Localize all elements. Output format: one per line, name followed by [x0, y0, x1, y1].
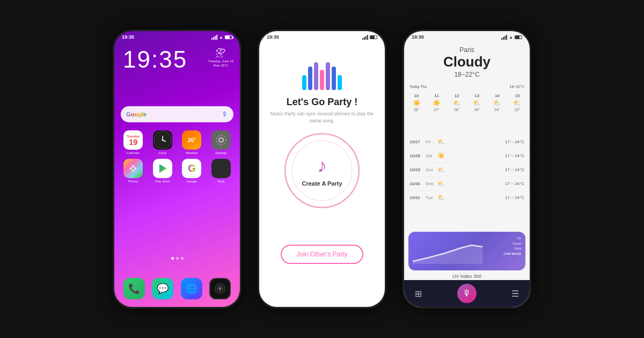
page-dots [114, 257, 240, 260]
weather-temp-range: 18~22°C [404, 71, 530, 78]
svg-point-5 [219, 138, 223, 142]
music-bar-1 [302, 75, 306, 90]
music-bar-7 [338, 75, 342, 90]
party-main-title: Let's Go Party ! [259, 97, 385, 108]
uv-index-text: UV index 300 [404, 274, 530, 279]
uv-chart [413, 243, 488, 264]
wifi-icon-3: ▲ [509, 35, 513, 40]
weather-forecast-list: 10/27 Fri ⛅ 17 ~ 24°C 10/28 Sat ☀️ 17 ~ … [404, 135, 530, 205]
signal-icon-2 [362, 35, 368, 40]
status-time-phone3: 19:35 [412, 34, 424, 40]
music-bar-3 [314, 62, 318, 90]
phone1-weather-widget: ⛈ Tuesday, June 19 Rain 26°C [208, 47, 233, 68]
dock-browser[interactable]: 🌐 [181, 278, 202, 299]
photos-icon-img [123, 159, 143, 178]
weather-days-row: 10 ☀️ 26° 11 ☀️ 27° 12 ⛅ 28° 13 ⛅ 26° 14… [407, 93, 526, 112]
calendar-day: 19 [129, 138, 137, 146]
phone1-search-bar[interactable]: Google 🎙 [121, 106, 233, 122]
forecast-row-1027: 10/27 Fri ⛅ 17 ~ 24°C [404, 135, 530, 149]
tools-icon-img [211, 159, 231, 178]
app-label-weather: Weather [186, 151, 198, 155]
dock-camera[interactable] [209, 278, 231, 299]
weather-city: Paris [404, 46, 530, 54]
signal-icon [211, 35, 217, 40]
app-label-google: Google [187, 180, 197, 183]
app-label-photos: Photos [128, 180, 138, 183]
music-bar-6 [332, 67, 336, 90]
phone-3-weather: 19:35 ▲ Paris Cloudy 18~22°C Today Thu 1… [402, 30, 531, 308]
status-icons-phone2 [362, 35, 377, 40]
phone1-clock: 19:35 [123, 46, 187, 73]
app-label-calendar: Calendar [127, 151, 140, 155]
battery-icon-3 [515, 35, 522, 39]
phone1-weather-icon: ⛈ [208, 47, 233, 60]
forecast-row-1030: 10/30 Mon ⛅ 17 ~ 24°C [404, 177, 530, 191]
music-bar-5 [326, 62, 330, 90]
phone3-bottom-bar: ⊞ 🎙 ☰ [404, 280, 530, 307]
join-party-button[interactable]: Join Other's Party [281, 245, 363, 264]
uv-index-card: UV Travel Garb CAR WASH [408, 232, 525, 270]
svg-marker-10 [134, 167, 137, 170]
weather-icon-img: 26° [182, 130, 201, 150]
party-title: Let's Go Party ! [259, 97, 385, 108]
status-icons-phone3: ▲ [501, 35, 522, 40]
svg-point-6 [216, 135, 226, 145]
svg-marker-11 [159, 164, 167, 173]
mic-icon[interactable]: 🎙 [222, 111, 228, 118]
phone-2-musicparty: 19:35 Let's Go Party ! Music Party can s… [258, 30, 386, 308]
bottom-list-icon[interactable]: ☰ [511, 289, 519, 299]
weather-day-15: 15 ⛅ 22° [508, 93, 526, 112]
dot-1 [171, 257, 174, 260]
app-settings[interactable]: Settings [209, 130, 234, 155]
phone-1-homescreen: 19:35 ▲ 19:35 ⛈ Tuesday, June 19 Rain 26… [113, 30, 241, 308]
forecast-row-1029: 10/29 Sun ⛅ 17 ~ 24°C [404, 163, 530, 177]
google-logo: Google [126, 111, 147, 117]
svg-point-4 [162, 139, 163, 141]
status-time-phone2: 19:35 [267, 34, 279, 40]
app-calendar[interactable]: Tuesday 19 Calendar [121, 130, 146, 155]
app-label-clock: Clock [158, 151, 166, 155]
weather-day-11: 11 ☀️ 27° [428, 93, 446, 112]
clock-icon-img [153, 130, 172, 150]
app-dock: 📞 💬 🌐 [120, 278, 235, 299]
signal-icon-3 [501, 35, 507, 40]
join-party-label: Join Other's Party [297, 251, 348, 258]
forecast-row-1028: 10/28 Sat ☀️ 17 ~ 24°C [404, 149, 530, 163]
settings-icon-img [211, 130, 231, 150]
create-party-button[interactable]: ♪ Create A Party [284, 133, 360, 208]
status-bar-phone3: 19:35 ▲ [404, 31, 530, 41]
weather-condition: Cloudy [404, 54, 530, 70]
music-bar-2 [308, 67, 312, 90]
dock-messages[interactable]: 💬 [152, 278, 173, 299]
uv-label-travel: Travel [503, 241, 521, 247]
app-google[interactable]: G Google [179, 159, 204, 183]
bottom-menu-icon[interactable]: ⊞ [415, 289, 422, 299]
weather-day-10: 10 ☀️ 26° [407, 93, 426, 112]
app-playstore[interactable]: Play Store [150, 159, 175, 183]
dot-3 [181, 257, 184, 260]
uv-label-uv: UV [503, 236, 521, 241]
phone1-big-time: 19:35 [123, 46, 187, 73]
dock-phone[interactable]: 📞 [123, 278, 145, 299]
playstore-icon-img [153, 159, 172, 178]
app-photos[interactable]: Photos [121, 159, 146, 183]
week-header-right: 18~22°C [509, 85, 524, 89]
week-header-left: Today Thu [409, 85, 427, 89]
app-tools[interactable]: Tools [209, 159, 234, 183]
voice-assistant-button[interactable]: 🎙 [457, 284, 477, 303]
app-weather[interactable]: 26° Weather [179, 130, 204, 155]
weather-day-12: 12 ⛅ 28° [448, 93, 466, 112]
app-clock[interactable]: Clock [150, 130, 175, 155]
app-label-tools: Tools [217, 180, 225, 183]
svg-marker-9 [129, 167, 132, 170]
weather-day-14: 14 ⛅ 24° [488, 93, 506, 112]
status-time-phone1: 19:35 [122, 34, 134, 40]
status-icons-phone1: ▲ [211, 35, 232, 40]
status-bar-phone1: 19:35 ▲ [114, 31, 240, 41]
weather-week-header: Today Thu 18~22°C [409, 85, 524, 89]
status-bar-phone2: 19:35 [259, 31, 385, 41]
music-bar-4 [320, 70, 324, 90]
svg-point-14 [219, 288, 222, 290]
uv-label-carwash: CAR WASH [503, 252, 521, 257]
calendar-icon-img: Tuesday 19 [123, 130, 143, 150]
